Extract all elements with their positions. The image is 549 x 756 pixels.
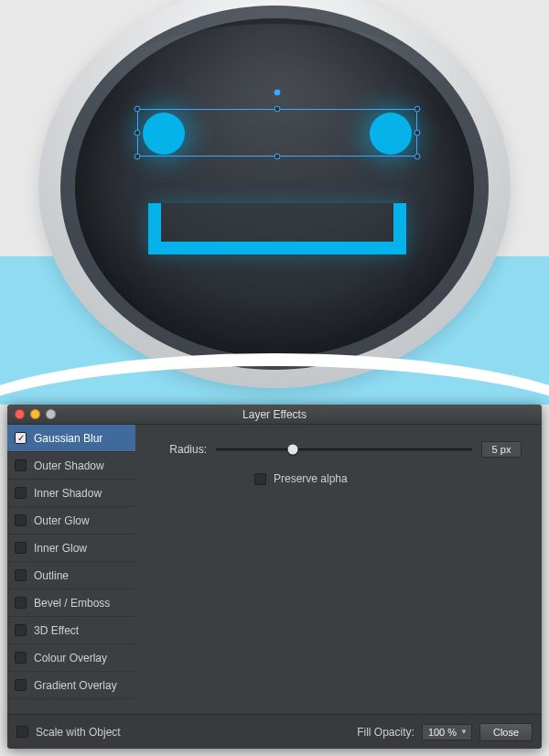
effect-label: Outer Glow: [34, 514, 90, 527]
chevron-down-icon: ▼: [460, 728, 468, 736]
effect-item[interactable]: ✓Gaussian Blur: [7, 425, 135, 452]
effect-label: 3D Effect: [34, 624, 79, 637]
robot-mouth: [148, 203, 406, 254]
effect-checkbox[interactable]: [15, 487, 27, 499]
effect-settings: Radius: 5 px Preserve alpha: [135, 425, 542, 714]
effect-label: Gradient Overlay: [34, 679, 117, 692]
selection-handle-mr[interactable]: [414, 130, 421, 136]
radius-slider[interactable]: [216, 443, 472, 456]
selection-handle-tm[interactable]: [274, 106, 281, 113]
scale-with-object-checkbox[interactable]: [16, 726, 28, 738]
effect-item[interactable]: Outer Shadow: [7, 452, 135, 480]
selection-handle-bl[interactable]: [135, 154, 141, 160]
preserve-alpha-label: Preserve alpha: [274, 472, 348, 485]
fill-opacity-label: Fill Opacity:: [357, 726, 414, 739]
window-minimize[interactable]: [30, 409, 40, 419]
effect-checkbox[interactable]: [15, 459, 27, 471]
visor: [75, 18, 474, 357]
effect-label: Inner Shadow: [34, 487, 102, 500]
dialog-footer: Scale with Object Fill Opacity: 100 % ▼ …: [7, 714, 542, 749]
effect-checkbox[interactable]: [15, 679, 27, 691]
traffic-lights: [15, 409, 56, 419]
effect-item[interactable]: Inner Glow: [7, 535, 135, 562]
radius-label: Radius:: [156, 443, 207, 456]
effect-checkbox[interactable]: [15, 514, 27, 526]
radius-value-field[interactable]: 5 px: [481, 441, 522, 458]
effect-checkbox[interactable]: [15, 569, 27, 581]
effect-item[interactable]: 3D Effect: [7, 617, 135, 644]
close-button-label: Close: [493, 727, 519, 738]
effect-label: Bevel / Emboss: [34, 597, 110, 610]
effect-label: Outer Shadow: [34, 459, 104, 472]
effect-checkbox[interactable]: [15, 652, 27, 664]
effect-label: Outline: [34, 569, 69, 582]
effects-list: ✓Gaussian BlurOuter ShadowInner ShadowOu…: [7, 425, 135, 714]
effect-checkbox[interactable]: [15, 597, 27, 609]
canvas-artwork: [0, 0, 549, 405]
effect-item[interactable]: Colour Overlay: [7, 644, 135, 672]
selection-handle-bm[interactable]: [274, 154, 281, 160]
radius-slider-thumb[interactable]: [288, 445, 298, 455]
selection-handle-rotate[interactable]: [274, 90, 281, 96]
close-button[interactable]: Close: [479, 723, 533, 741]
selection-handle-ml[interactable]: [135, 130, 141, 136]
effect-item[interactable]: Gradient Overlay: [7, 672, 135, 699]
selection-handle-tr[interactable]: [414, 106, 421, 113]
effect-checkbox[interactable]: [15, 624, 27, 636]
preserve-alpha-checkbox[interactable]: [254, 473, 266, 485]
titlebar[interactable]: Layer Effects: [7, 405, 542, 425]
effect-checkbox[interactable]: ✓: [15, 432, 27, 444]
effect-label: Inner Glow: [34, 542, 87, 555]
effect-label: Colour Overlay: [34, 652, 107, 664]
selection-handle-tl[interactable]: [135, 106, 141, 113]
effect-item[interactable]: Outer Glow: [7, 507, 135, 535]
window-zoom[interactable]: [46, 409, 56, 419]
effect-item[interactable]: Outline: [7, 562, 135, 589]
effect-checkbox[interactable]: [15, 542, 27, 554]
scale-with-object-label: Scale with Object: [36, 726, 121, 739]
fill-opacity-select[interactable]: 100 % ▼: [422, 724, 472, 740]
window-close[interactable]: [15, 409, 25, 419]
layer-effects-dialog: Layer Effects ✓Gaussian BlurOuter Shadow…: [7, 405, 542, 749]
effect-label: Gaussian Blur: [34, 432, 102, 445]
selection-bounds[interactable]: [137, 109, 417, 157]
selection-handle-br[interactable]: [414, 154, 421, 160]
effect-item[interactable]: Bevel / Emboss: [7, 589, 135, 617]
effect-item[interactable]: Inner Shadow: [7, 480, 135, 507]
fill-opacity-value: 100 %: [428, 727, 457, 738]
dialog-title: Layer Effects: [7, 408, 542, 421]
